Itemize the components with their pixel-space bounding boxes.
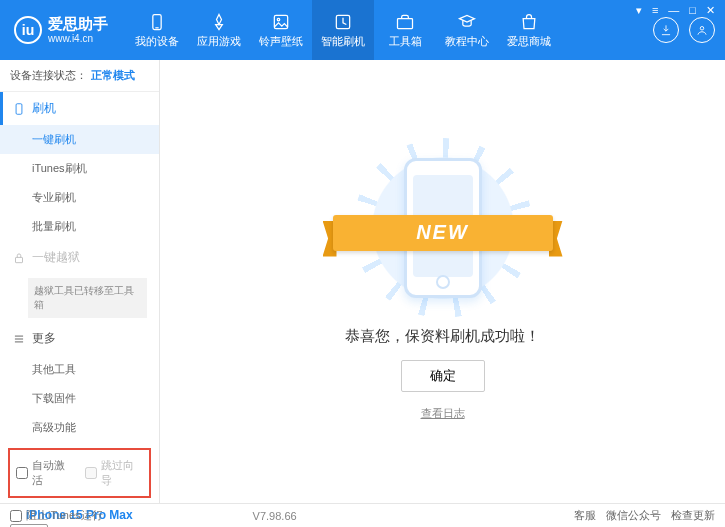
app-logo: iu 爱思助手 www.i4.cn bbox=[14, 16, 108, 44]
window-minimize-icon[interactable]: — bbox=[668, 4, 679, 17]
window-controls: ▾ ≡ — □ ✕ bbox=[636, 4, 715, 17]
checkbox-input bbox=[85, 467, 97, 479]
connection-status: 设备连接状态：正常模式 bbox=[0, 60, 159, 92]
window-close-icon[interactable]: ✕ bbox=[706, 4, 715, 17]
nav-ringtone-wallpaper[interactable]: 铃声壁纸 bbox=[250, 0, 312, 60]
header-bar: iu 爱思助手 www.i4.cn 我的设备 应用游戏 铃声壁纸 智能刷机 工具… bbox=[0, 0, 725, 60]
sidebar-item-advanced[interactable]: 高级功能 bbox=[0, 413, 159, 442]
footer-link-support[interactable]: 客服 bbox=[574, 508, 596, 523]
status-label: 设备连接状态： bbox=[10, 69, 87, 81]
checkbox-input[interactable] bbox=[10, 510, 22, 522]
footer-link-update[interactable]: 检查更新 bbox=[671, 508, 715, 523]
svg-rect-5 bbox=[398, 18, 413, 28]
download-button[interactable] bbox=[653, 17, 679, 43]
toolbox-icon bbox=[395, 12, 415, 32]
sidebar-item-download-firmware[interactable]: 下载固件 bbox=[0, 384, 159, 413]
svg-rect-8 bbox=[16, 257, 23, 262]
group-label: 更多 bbox=[32, 330, 56, 347]
footer-link-wechat[interactable]: 微信公众号 bbox=[606, 508, 661, 523]
nav-label: 工具箱 bbox=[389, 34, 422, 49]
user-button[interactable] bbox=[689, 17, 715, 43]
sidebar-item-batch-flash[interactable]: 批量刷机 bbox=[0, 212, 159, 241]
flash-icon bbox=[333, 12, 353, 32]
nav-label: 爱思商城 bbox=[507, 34, 551, 49]
lock-icon bbox=[12, 251, 26, 265]
nav-label: 应用游戏 bbox=[197, 34, 241, 49]
sidebar-item-other-tools[interactable]: 其他工具 bbox=[0, 355, 159, 384]
main-panel: NEW 恭喜您，保资料刷机成功啦！ 确定 查看日志 bbox=[160, 60, 725, 503]
sidebar-item-pro-flash[interactable]: 专业刷机 bbox=[0, 183, 159, 212]
checkbox-input[interactable] bbox=[16, 467, 28, 479]
view-log-link[interactable]: 查看日志 bbox=[421, 406, 465, 421]
sidebar-item-oneclick-flash[interactable]: 一键刷机 bbox=[0, 125, 159, 154]
nav-label: 铃声壁纸 bbox=[259, 34, 303, 49]
app-title: 爱思助手 bbox=[48, 16, 108, 33]
group-label: 一键越狱 bbox=[32, 249, 80, 266]
new-ribbon: NEW bbox=[333, 215, 553, 251]
nav-toolbox[interactable]: 工具箱 bbox=[374, 0, 436, 60]
window-menu-icon[interactable]: ≡ bbox=[652, 4, 658, 17]
checkbox-block-itunes[interactable]: 阻止iTunes运行 bbox=[10, 508, 103, 523]
apps-icon bbox=[209, 12, 229, 32]
checkbox-auto-activate[interactable]: 自动激活 bbox=[16, 458, 75, 488]
top-nav: 我的设备 应用游戏 铃声壁纸 智能刷机 工具箱 教程中心 爱思商城 bbox=[126, 0, 560, 60]
nav-label: 我的设备 bbox=[135, 34, 179, 49]
status-mode: 正常模式 bbox=[91, 69, 135, 81]
options-highlight-box: 自动激活 跳过向导 bbox=[8, 448, 151, 498]
success-message: 恭喜您，保资料刷机成功啦！ bbox=[345, 327, 540, 346]
sidebar-item-itunes-flash[interactable]: iTunes刷机 bbox=[0, 154, 159, 183]
group-flash[interactable]: 刷机 bbox=[0, 92, 159, 125]
store-icon bbox=[519, 12, 539, 32]
checkbox-label: 阻止iTunes运行 bbox=[26, 508, 103, 523]
svg-point-6 bbox=[700, 27, 704, 31]
checkbox-skip-setup[interactable]: 跳过向导 bbox=[85, 458, 144, 488]
app-url: www.i4.cn bbox=[48, 33, 108, 44]
version-label: V7.98.66 bbox=[253, 510, 297, 522]
group-jailbreak: 一键越狱 bbox=[0, 241, 159, 274]
nav-label: 教程中心 bbox=[445, 34, 489, 49]
tutorial-icon bbox=[457, 12, 477, 32]
nav-store[interactable]: 爱思商城 bbox=[498, 0, 560, 60]
wallpaper-icon bbox=[271, 12, 291, 32]
checkbox-label: 跳过向导 bbox=[101, 458, 144, 488]
window-maximize-icon[interactable]: □ bbox=[689, 4, 696, 17]
svg-rect-7 bbox=[16, 103, 22, 114]
svg-rect-2 bbox=[274, 15, 287, 28]
nav-tutorials[interactable]: 教程中心 bbox=[436, 0, 498, 60]
menu-icon bbox=[12, 332, 26, 346]
checkbox-label: 自动激活 bbox=[32, 458, 75, 488]
nav-smart-flash[interactable]: 智能刷机 bbox=[312, 0, 374, 60]
ok-button[interactable]: 确定 bbox=[401, 360, 485, 392]
group-more[interactable]: 更多 bbox=[0, 322, 159, 355]
svg-point-3 bbox=[277, 18, 280, 21]
nav-my-device[interactable]: 我的设备 bbox=[126, 0, 188, 60]
window-lock-icon[interactable]: ▾ bbox=[636, 4, 642, 17]
success-illustration: NEW bbox=[353, 143, 533, 313]
device-icon bbox=[147, 12, 167, 32]
sidebar: 设备连接状态：正常模式 刷机 一键刷机 iTunes刷机 专业刷机 批量刷机 一… bbox=[0, 60, 160, 503]
phone-icon bbox=[12, 102, 26, 116]
jailbreak-note: 越狱工具已转移至工具箱 bbox=[28, 278, 147, 318]
logo-icon: iu bbox=[14, 16, 42, 44]
group-label: 刷机 bbox=[32, 100, 56, 117]
nav-apps-games[interactable]: 应用游戏 bbox=[188, 0, 250, 60]
nav-label: 智能刷机 bbox=[321, 34, 365, 49]
